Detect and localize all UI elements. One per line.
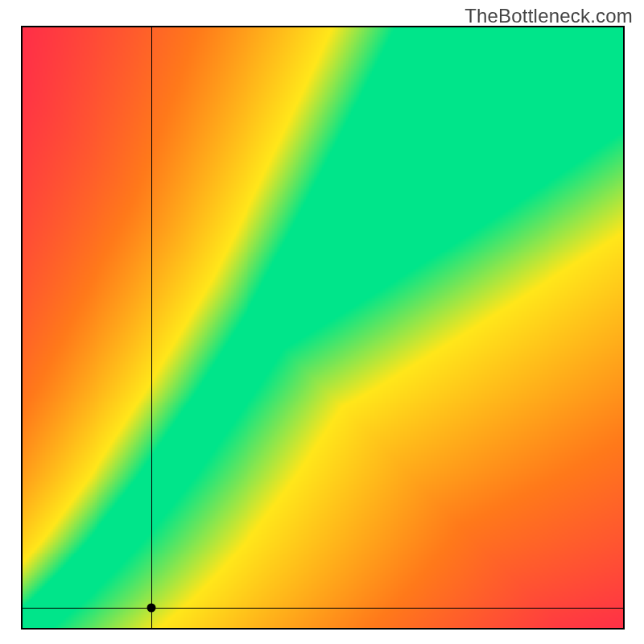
crosshair-vertical <box>151 27 152 628</box>
watermark-text: TheBottleneck.com <box>464 5 633 27</box>
heatmap-plot <box>21 26 625 630</box>
heatmap-canvas <box>23 27 623 628</box>
data-point-marker <box>147 604 156 613</box>
crosshair-horizontal <box>23 608 623 609</box>
